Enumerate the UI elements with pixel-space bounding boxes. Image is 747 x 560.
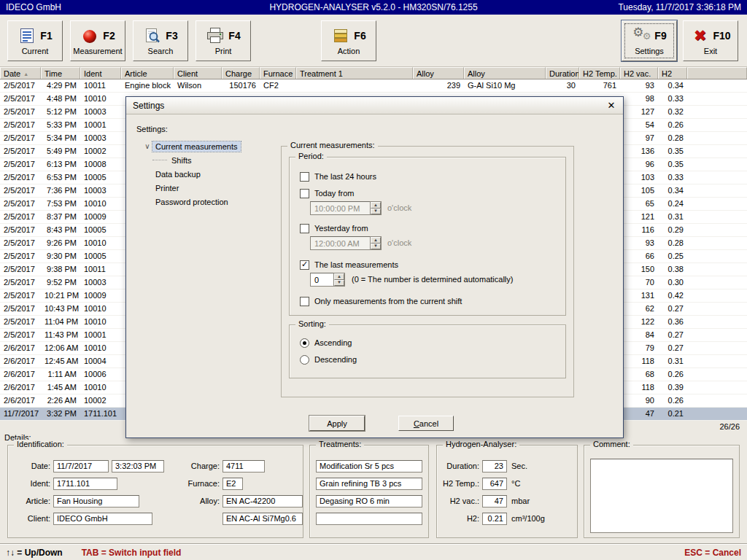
table-cell: 2/5/2017 [0, 263, 41, 276]
table-cell: 54 [620, 119, 658, 131]
toolbar-button-action[interactable]: F6Action [321, 20, 376, 61]
checkbox-last-measurements[interactable]: The last measurements [300, 259, 398, 271]
comment-textarea[interactable] [590, 459, 733, 533]
column-header-client[interactable]: Client [174, 67, 222, 79]
column-header-h2[interactable]: H2 [658, 67, 687, 79]
table-cell: 2/5/2017 [0, 276, 41, 289]
tree-item-label: Data backup [152, 169, 204, 179]
furnace-field[interactable]: E2 [222, 478, 243, 490]
measure-icon [80, 27, 99, 44]
column-header-furnace[interactable]: Furnace [260, 67, 296, 79]
treatment-field[interactable]: Modification Sr 5 pcs [316, 460, 422, 472]
analyser-value-field[interactable]: 647 [482, 478, 507, 490]
table-cell: 122 [620, 316, 658, 328]
alloy2-field[interactable]: EN AC-Al Si7Mg0.6 [222, 513, 303, 525]
time-field[interactable]: 3:32:03 PM [112, 460, 164, 472]
table-cell: 136 [620, 145, 658, 158]
spin-down-icon[interactable]: ▼ [371, 209, 381, 215]
today-time-spinner[interactable]: 10:00:00 PM ▲▼ [310, 201, 382, 215]
tree-item-data-backup[interactable]: Data backup [142, 167, 274, 181]
last-measurements-count-spinner[interactable]: 0 ▲▼ [310, 273, 345, 287]
close-icon[interactable]: ✕ [605, 99, 618, 112]
checkbox-icon [300, 189, 309, 198]
charge-label: Charge: [173, 460, 220, 472]
table-cell: 62 [620, 303, 658, 315]
toolbar-button-exit[interactable]: ✖F10Exit [683, 20, 738, 61]
spin-down-icon[interactable]: ▼ [334, 280, 344, 287]
treatment-field[interactable] [316, 513, 422, 525]
alloy-field[interactable]: EN AC-42200 [222, 495, 303, 508]
toolbar-button-search[interactable]: F3Search [133, 20, 188, 61]
chevron-down-icon[interactable]: ∨ [142, 142, 152, 150]
toolbar-button-current[interactable]: F1Current [7, 20, 63, 61]
tree-item-printer[interactable]: Printer [142, 181, 274, 195]
table-cell: 0.34 [658, 79, 687, 92]
column-header-duration[interactable]: Duration [546, 67, 579, 79]
checkbox-today-from[interactable]: Today from [300, 187, 354, 199]
table-cell: 2/5/2017 [0, 198, 41, 210]
client-field[interactable]: IDECO GmbH [53, 513, 152, 525]
spin-up-icon[interactable]: ▲ [371, 202, 381, 209]
table-cell: G-Al Si10 Mg [464, 79, 546, 92]
analyser-value-field[interactable]: 23 [482, 460, 507, 472]
toolbar-button-settings[interactable]: ⚙⚙F9Settings [622, 20, 677, 61]
table-cell: 105 [620, 184, 658, 197]
column-header-article[interactable]: Article [121, 67, 174, 79]
charge-field[interactable]: 4711 [222, 460, 265, 472]
column-header-treatment-1[interactable]: Treatment 1 [296, 67, 413, 79]
treatment-field[interactable]: Grain refining TB 3 pcs [316, 478, 422, 490]
action-icon [331, 27, 350, 44]
column-header-ident[interactable]: Ident [80, 67, 121, 79]
table-cell: 7:53 PM [41, 198, 80, 210]
column-header-h2-vac-[interactable]: H2 vac. [620, 67, 658, 79]
column-header-time[interactable]: Time [41, 67, 80, 79]
column-header-charge[interactable]: Charge [222, 67, 260, 79]
table-cell: 2/5/2017 [0, 119, 41, 131]
table-cell: 10005 [80, 224, 121, 236]
table-cell: 10009 [80, 289, 121, 302]
dialog-titlebar[interactable]: Settings ✕ [126, 97, 623, 114]
dialog-title: Settings [133, 101, 164, 111]
table-row[interactable]: 2/5/20174:29 PM10011Engine blockWilson15… [0, 79, 747, 93]
table-cell: 0.26 [658, 394, 687, 407]
apply-button[interactable]: Apply [309, 416, 365, 431]
table-cell: 5:12 PM [41, 106, 80, 118]
table-cell: 0.31 [658, 355, 687, 368]
yesterday-time-spinner[interactable]: 12:00:00 AM ▲▼ [310, 236, 382, 250]
checkbox-yesterday-from[interactable]: Yesterday from [300, 222, 368, 234]
ident-field[interactable]: 1711.101 [53, 478, 117, 490]
tree-item-current-measurements[interactable]: ∨Current measurements [142, 139, 274, 153]
table-cell: 2/5/2017 [0, 171, 41, 184]
radio-ascending[interactable]: Ascending [300, 337, 352, 349]
table-cell: 2/5/2017 [0, 184, 41, 197]
spin-up-icon[interactable]: ▲ [371, 237, 381, 244]
cancel-button[interactable]: Cancel [398, 416, 454, 431]
fkey-label: F4 [228, 30, 240, 42]
spin-down-icon[interactable]: ▼ [371, 244, 381, 250]
table-cell: 2/5/2017 [0, 303, 41, 315]
treatment-field[interactable]: Degasing RO 6 min [316, 495, 422, 508]
table-cell: 0.26 [658, 368, 687, 381]
table-cell: 0.33 [658, 171, 687, 184]
analyser-value-field[interactable]: 47 [482, 495, 507, 508]
toolbar-button-print[interactable]: F4Print [196, 20, 251, 61]
table-cell: 121 [620, 211, 658, 223]
toolbar-button-label: Current [22, 47, 49, 55]
tree-item-password-protection[interactable]: Password protection [142, 195, 274, 209]
checkbox-current-shift-only[interactable]: Only measurements from the current shift [300, 295, 462, 307]
tree-item-label: Shifts [169, 155, 195, 166]
analyser-value-field[interactable]: 0.21 [482, 513, 507, 525]
checkbox-last-24-hours[interactable]: The last 24 hours [300, 171, 376, 182]
column-header-alloy[interactable]: Alloy [464, 67, 546, 79]
table-cell: 0.28 [658, 132, 687, 144]
spin-up-icon[interactable]: ▲ [334, 273, 344, 280]
tree-item-shifts[interactable]: Shifts [142, 153, 274, 167]
article-field[interactable]: Fan Housing [53, 495, 139, 508]
date-field[interactable]: 11/7/2017 [53, 460, 109, 472]
column-header-date[interactable]: Date▲ [0, 67, 41, 79]
radio-descending[interactable]: Descending [300, 354, 357, 365]
toolbar-button-measurement[interactable]: F2Measurement [70, 20, 125, 61]
column-header-alloy[interactable]: Alloy [413, 67, 464, 79]
column-header-h2-temp-[interactable]: H2 Temp. [579, 67, 620, 79]
table-cell: 127 [620, 106, 658, 118]
